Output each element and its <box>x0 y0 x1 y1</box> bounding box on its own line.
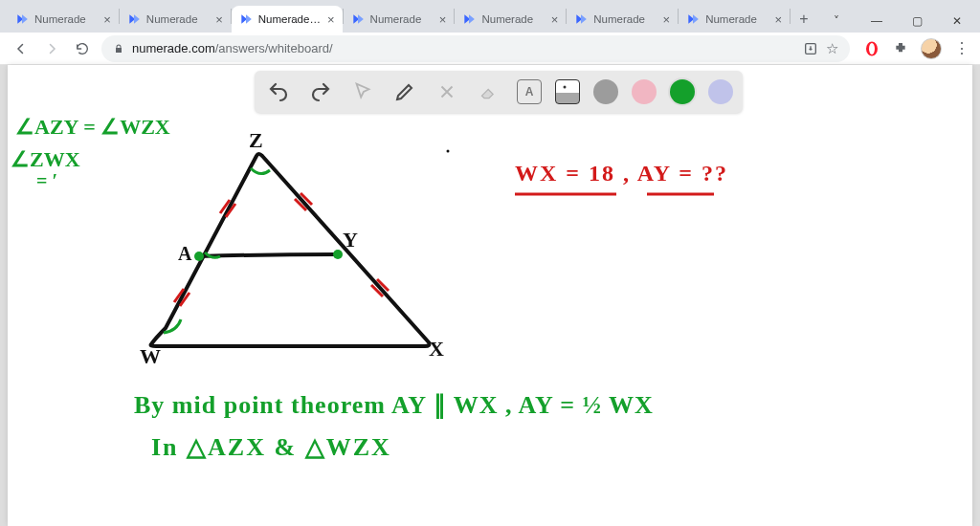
nav-back-button[interactable] <box>10 37 33 60</box>
kebab-menu-icon[interactable]: ⋮ <box>953 40 970 57</box>
color-swatch-lavender[interactable] <box>708 79 733 104</box>
tab-title: Numerade <box>34 13 98 25</box>
reload-icon <box>75 41 90 56</box>
vertex-label-y: Y <box>343 228 358 252</box>
nav-reload-button[interactable] <box>71 37 94 60</box>
url-text: numerade.com/answers/whiteboard/ <box>132 41 333 55</box>
textbox-icon: A <box>525 85 534 99</box>
note-angle-eq-1: ∠AZY = ∠WZX <box>15 115 170 140</box>
browser-tab-4[interactable]: Numerade × <box>455 6 566 33</box>
favicon-icon <box>686 12 700 26</box>
nav-forward-button[interactable] <box>40 37 63 60</box>
undo-button[interactable] <box>264 77 293 106</box>
vertex-label-w: W <box>140 344 161 369</box>
browser-tab-strip: Numerade × Numerade × Numerade Whiteboar… <box>0 0 980 33</box>
vertex-label-a: A <box>178 243 191 265</box>
browser-tab-2[interactable]: Numerade Whiteboard × <box>232 6 343 33</box>
pointer-icon <box>352 81 373 102</box>
omnibox[interactable]: numerade.com/answers/whiteboard/ ☆ <box>101 35 850 62</box>
window-maximize-icon[interactable]: ▢ <box>898 10 936 33</box>
browser-tab-0[interactable]: Numerade × <box>8 6 119 33</box>
window-minimize-icon[interactable]: — <box>858 10 896 33</box>
close-icon[interactable]: × <box>327 13 335 26</box>
window-close-icon[interactable]: ✕ <box>938 10 976 33</box>
note-midpoint-theorem: By mid point theorem AY ∥ WX , AY = ½ WX <box>134 390 654 420</box>
tools-button[interactable] <box>433 77 461 106</box>
redo-button[interactable] <box>306 77 335 106</box>
extensions-icon[interactable] <box>892 40 909 57</box>
undo-icon <box>267 80 290 103</box>
svg-point-2 <box>869 43 875 55</box>
favicon-icon <box>574 12 588 26</box>
browser-tab-1[interactable]: Numerade × <box>120 6 231 33</box>
favicon-icon <box>351 12 365 26</box>
tab-title: Numerade <box>370 13 434 25</box>
lock-icon <box>113 43 124 55</box>
tab-title: Numerade <box>481 13 545 25</box>
image-icon <box>559 81 576 99</box>
note-triangle-pair: In △AZX & △WZX <box>151 432 391 462</box>
toolbar-right-icons: ⋮ <box>858 38 970 59</box>
browser-tab-6[interactable]: Numerade × <box>679 6 790 33</box>
new-tab-button[interactable]: + <box>791 6 817 33</box>
eraser-icon <box>478 82 501 101</box>
svg-point-5 <box>333 250 343 259</box>
tab-title: Numerade <box>146 13 210 25</box>
tab-title: Numerade Whiteboard <box>258 13 322 25</box>
color-swatch-green[interactable] <box>670 79 695 104</box>
address-bar-row: numerade.com/answers/whiteboard/ ☆ ⋮ <box>0 33 980 65</box>
image-tool[interactable] <box>555 79 580 104</box>
textbox-tool[interactable]: A <box>517 79 542 104</box>
favicon-icon <box>462 12 476 26</box>
close-icon[interactable]: × <box>215 13 223 26</box>
close-icon[interactable]: × <box>439 13 447 26</box>
bookmark-star-icon[interactable]: ☆ <box>826 40 838 57</box>
color-swatch-pink[interactable] <box>632 79 657 104</box>
window-controls: ˅ — ▢ ✕ <box>817 6 976 33</box>
svg-point-6 <box>447 150 450 153</box>
pen-tool[interactable] <box>390 77 419 106</box>
whiteboard-toolbar: A <box>255 71 743 113</box>
install-icon[interactable] <box>803 41 818 56</box>
svg-point-4 <box>194 252 204 261</box>
page-background: A <box>0 65 980 526</box>
browser-tab-5[interactable]: Numerade × <box>567 6 678 33</box>
pen-icon <box>393 80 416 103</box>
window-caret-icon[interactable]: ˅ <box>817 10 856 33</box>
eraser-tool[interactable] <box>475 77 503 106</box>
favicon-icon <box>239 12 253 26</box>
whiteboard-canvas[interactable]: A <box>8 65 972 526</box>
tools-icon <box>436 81 457 102</box>
arrow-left-icon <box>12 40 30 57</box>
note-red-given: WX = 18 , AY = ?? <box>515 161 728 186</box>
tab-title: Numerade <box>705 13 768 25</box>
favicon-icon <box>15 12 29 26</box>
url-path: /answers/whiteboard/ <box>215 41 333 55</box>
profile-avatar[interactable] <box>921 38 942 59</box>
pointer-tool[interactable] <box>348 77 377 106</box>
browser-tab-3[interactable]: Numerade × <box>344 6 455 33</box>
arrow-right-icon <box>43 40 60 57</box>
vertex-label-z: Z <box>249 128 263 153</box>
note-angle-eq-2: ∠ZWX <box>11 147 80 172</box>
close-icon[interactable]: × <box>774 13 782 26</box>
vertex-label-x: X <box>429 337 444 362</box>
url-host: numerade.com <box>132 41 215 55</box>
favicon-icon <box>127 12 141 26</box>
close-icon[interactable]: × <box>663 13 671 26</box>
color-swatch-grey[interactable] <box>593 79 618 104</box>
close-icon[interactable]: × <box>103 13 111 26</box>
tab-title: Numerade <box>593 13 657 25</box>
redo-icon <box>309 80 332 103</box>
close-icon[interactable]: × <box>551 13 559 26</box>
opera-icon[interactable] <box>863 40 880 57</box>
svg-point-3 <box>564 86 567 89</box>
note-angle-eq-2b: = ′ <box>36 170 57 192</box>
